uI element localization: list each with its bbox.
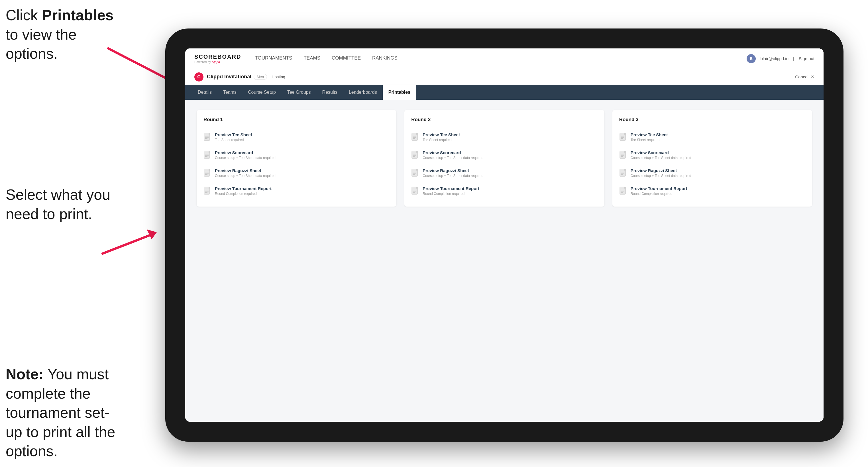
round-section-2: Round 2 Preview Tee SheetTee Sheet requi… <box>404 110 604 207</box>
tournament-name: Clippd Invitational <box>207 74 251 80</box>
print-item-content: Preview Tee SheetTee Sheet required <box>423 132 460 142</box>
round-title-3: Round 3 <box>619 117 805 123</box>
tab-results[interactable]: Results <box>317 85 343 100</box>
svg-rect-10 <box>209 151 210 153</box>
rounds-grid: Round 1 Preview Tee SheetTee Sheet requi… <box>197 110 812 207</box>
close-icon[interactable]: ✕ <box>811 74 814 80</box>
nav-link-tournaments[interactable]: TOURNAMENTS <box>255 55 292 62</box>
print-item-r2-2[interactable]: Preview ScorecardCourse setup + Tee Shee… <box>411 146 597 164</box>
nav-link-rankings[interactable]: RANKINGS <box>372 55 398 62</box>
print-item-title: Preview Raguzzi Sheet <box>423 168 483 173</box>
print-item-r2-4[interactable]: Preview Tournament ReportRound Completio… <box>411 182 597 200</box>
svg-marker-3 <box>147 229 157 239</box>
print-item-subtitle: Round Completion required <box>423 192 479 196</box>
svg-rect-25 <box>416 133 418 135</box>
tournament-logo: C <box>194 72 204 82</box>
round-section-1: Round 1 Preview Tee SheetTee Sheet requi… <box>197 110 396 207</box>
print-item-content: Preview Tournament ReportRound Completio… <box>631 186 687 196</box>
svg-rect-60 <box>624 187 626 189</box>
main-content: Round 1 Preview Tee SheetTee Sheet requi… <box>185 100 824 422</box>
print-item-r3-4[interactable]: Preview Tournament ReportRound Completio… <box>619 182 805 200</box>
print-item-r2-1[interactable]: Preview Tee SheetTee Sheet required <box>411 128 597 146</box>
print-item-subtitle: Tee Sheet required <box>631 138 668 142</box>
print-item-title: Preview Raguzzi Sheet <box>631 168 691 173</box>
print-item-content: Preview Raguzzi SheetCourse setup + Tee … <box>423 168 483 178</box>
svg-rect-40 <box>416 187 418 189</box>
top-nav-links: TOURNAMENTS TEAMS COMMITTEE RANKINGS <box>255 55 747 62</box>
round-title-2: Round 2 <box>411 117 597 123</box>
scoreboard-logo: SCOREBOARD <box>194 54 241 60</box>
sign-out-link[interactable]: Sign out <box>799 56 814 61</box>
print-item-title: Preview Tournament Report <box>631 186 687 191</box>
print-item-subtitle: Tee Sheet required <box>423 138 460 142</box>
svg-rect-45 <box>624 133 626 135</box>
print-item-r3-3[interactable]: Preview Raguzzi SheetCourse setup + Tee … <box>619 164 805 182</box>
print-item-content: Preview ScorecardCourse setup + Tee Shee… <box>631 150 691 160</box>
print-item-subtitle: Course setup + Tee Sheet data required <box>215 156 276 160</box>
print-item-r1-2[interactable]: Preview ScorecardCourse setup + Tee Shee… <box>204 146 390 164</box>
document-icon <box>411 187 419 196</box>
svg-rect-50 <box>624 151 626 153</box>
logo-area: SCOREBOARD Powered by clippd <box>194 54 241 64</box>
round-section-3: Round 3 Preview Tee SheetTee Sheet requi… <box>612 110 812 207</box>
document-icon <box>411 169 419 178</box>
print-item-title: Preview Tee Sheet <box>631 132 668 137</box>
cancel-button[interactable]: Cancel <box>795 74 808 79</box>
svg-rect-15 <box>209 169 210 171</box>
print-item-content: Preview Raguzzi SheetCourse setup + Tee … <box>631 168 691 178</box>
print-item-r1-4[interactable]: Preview Tournament ReportRound Completio… <box>204 182 390 200</box>
tab-course-setup[interactable]: Course Setup <box>242 85 282 100</box>
separator: | <box>793 56 794 61</box>
print-item-subtitle: Course setup + Tee Sheet data required <box>631 156 691 160</box>
document-icon <box>204 151 212 160</box>
tab-tee-groups[interactable]: Tee Groups <box>282 85 317 100</box>
tab-printables[interactable]: Printables <box>383 85 416 100</box>
print-item-content: Preview Tee SheetTee Sheet required <box>631 132 668 142</box>
nav-link-committee[interactable]: COMMITTEE <box>332 55 361 62</box>
print-item-title: Preview Scorecard <box>215 150 276 155</box>
tab-teams[interactable]: Teams <box>217 85 242 100</box>
annotation-bold-printables: Printables <box>42 7 114 23</box>
round-title-1: Round 1 <box>204 117 390 123</box>
print-item-subtitle: Round Completion required <box>215 192 272 196</box>
tablet-screen: SCOREBOARD Powered by clippd TOURNAMENTS… <box>185 49 824 422</box>
document-icon <box>411 133 419 142</box>
print-item-title: Preview Scorecard <box>423 150 483 155</box>
print-item-r2-3[interactable]: Preview Raguzzi SheetCourse setup + Tee … <box>411 164 597 182</box>
print-item-title: Preview Tee Sheet <box>423 132 460 137</box>
print-item-r3-2[interactable]: Preview ScorecardCourse setup + Tee Shee… <box>619 146 805 164</box>
print-item-content: Preview ScorecardCourse setup + Tee Shee… <box>215 150 276 160</box>
print-item-content: Preview Tournament ReportRound Completio… <box>423 186 479 196</box>
tab-leaderboards[interactable]: Leaderboards <box>343 85 383 100</box>
print-item-r1-3[interactable]: Preview Raguzzi SheetCourse setup + Tee … <box>204 164 390 182</box>
print-item-subtitle: Course setup + Tee Sheet data required <box>631 174 691 178</box>
tournament-bar-right: Cancel ✕ <box>795 74 814 80</box>
document-icon <box>619 133 627 142</box>
tournament-badge: Men <box>254 74 267 80</box>
tablet-device: SCOREBOARD Powered by clippd TOURNAMENTS… <box>165 29 843 442</box>
document-icon <box>411 151 419 160</box>
print-item-title: Preview Scorecard <box>631 150 691 155</box>
print-item-content: Preview Raguzzi SheetCourse setup + Tee … <box>215 168 276 178</box>
svg-rect-35 <box>416 169 418 171</box>
print-item-r3-1[interactable]: Preview Tee SheetTee Sheet required <box>619 128 805 146</box>
print-item-r1-1[interactable]: Preview Tee SheetTee Sheet required <box>204 128 390 146</box>
document-icon <box>204 133 212 142</box>
tab-navigation: Details Teams Course Setup Tee Groups Re… <box>185 85 824 100</box>
tab-details[interactable]: Details <box>192 85 217 100</box>
annotation-note-bold: Note: <box>6 366 43 382</box>
tournament-status: Hosting <box>272 75 285 79</box>
top-navigation: SCOREBOARD Powered by clippd TOURNAMENTS… <box>185 49 824 69</box>
arrow-to-raguzzi <box>97 217 160 262</box>
svg-rect-30 <box>416 151 418 153</box>
document-icon <box>204 187 212 196</box>
nav-link-teams[interactable]: TEAMS <box>304 55 320 62</box>
svg-line-2 <box>102 234 154 254</box>
print-item-content: Preview ScorecardCourse setup + Tee Shee… <box>423 150 483 160</box>
tournament-bar: C Clippd Invitational Men Hosting Cancel… <box>185 69 824 85</box>
print-item-subtitle: Course setup + Tee Sheet data required <box>423 156 483 160</box>
top-nav-right: B blair@clippd.io | Sign out <box>747 54 814 63</box>
document-icon <box>619 169 627 178</box>
svg-rect-5 <box>209 133 210 135</box>
print-item-content: Preview Tournament ReportRound Completio… <box>215 186 272 196</box>
